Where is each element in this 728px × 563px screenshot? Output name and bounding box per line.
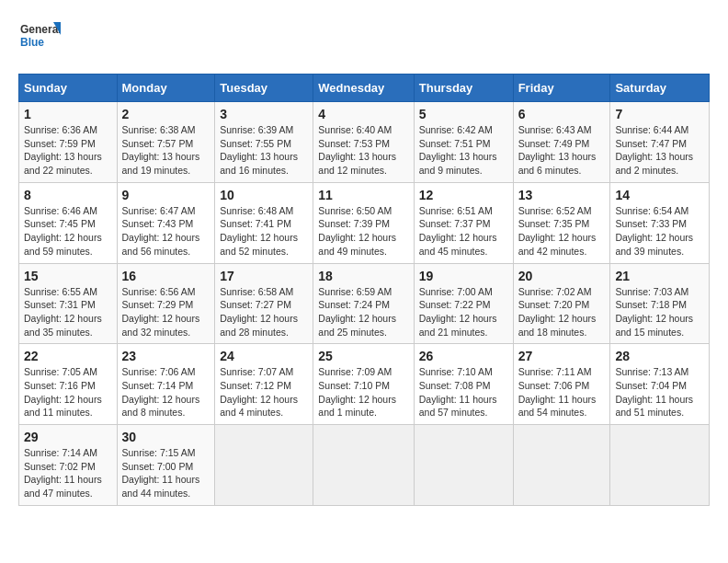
day-number: 12: [419, 188, 508, 202]
day-number: 25: [318, 349, 408, 363]
day-number: 2: [122, 107, 210, 121]
calendar-cell: 7Sunrise: 6:44 AM Sunset: 7:47 PM Daylig…: [610, 102, 710, 183]
day-number: 3: [220, 107, 308, 121]
day-detail: Sunrise: 6:58 AM Sunset: 7:27 PM Dayligh…: [220, 285, 308, 339]
day-detail: Sunrise: 6:51 AM Sunset: 7:37 PM Dayligh…: [419, 204, 508, 259]
calendar-cell: 17Sunrise: 6:58 AM Sunset: 7:27 PM Dayli…: [215, 263, 313, 344]
day-detail: Sunrise: 7:10 AM Sunset: 7:08 PM Dayligh…: [419, 365, 508, 419]
week-row-5: 29Sunrise: 7:14 AM Sunset: 7:02 PM Dayli…: [19, 425, 710, 506]
day-number: 23: [122, 349, 210, 363]
day-detail: Sunrise: 6:36 AM Sunset: 7:59 PM Dayligh…: [24, 123, 112, 178]
day-detail: Sunrise: 6:38 AM Sunset: 7:57 PM Dayligh…: [122, 123, 210, 178]
day-detail: Sunrise: 7:15 AM Sunset: 7:00 PM Dayligh…: [122, 446, 210, 500]
calendar-cell: 28Sunrise: 7:13 AM Sunset: 7:04 PM Dayli…: [610, 344, 710, 425]
calendar-cell: 30Sunrise: 7:15 AM Sunset: 7:00 PM Dayli…: [117, 425, 215, 506]
day-number: 18: [318, 269, 408, 283]
day-detail: Sunrise: 6:56 AM Sunset: 7:29 PM Dayligh…: [122, 285, 210, 339]
calendar-cell: 29Sunrise: 7:14 AM Sunset: 7:02 PM Dayli…: [19, 425, 118, 506]
day-detail: Sunrise: 6:42 AM Sunset: 7:51 PM Dayligh…: [419, 123, 508, 178]
calendar-cell: 2Sunrise: 6:38 AM Sunset: 7:57 PM Daylig…: [117, 102, 215, 183]
calendar-cell: 24Sunrise: 7:07 AM Sunset: 7:12 PM Dayli…: [215, 344, 313, 425]
calendar-cell: 26Sunrise: 7:10 AM Sunset: 7:08 PM Dayli…: [414, 344, 513, 425]
calendar-cell: 21Sunrise: 7:03 AM Sunset: 7:18 PM Dayli…: [610, 263, 710, 344]
header-row: SundayMondayTuesdayWednesdayThursdayFrid…: [19, 75, 710, 102]
logo: General Blue: [18, 18, 64, 59]
header-tuesday: Tuesday: [215, 75, 313, 102]
calendar-cell: 1Sunrise: 6:36 AM Sunset: 7:59 PM Daylig…: [19, 102, 118, 183]
day-number: 29: [24, 430, 112, 444]
day-detail: Sunrise: 6:44 AM Sunset: 7:47 PM Dayligh…: [615, 123, 704, 178]
header-monday: Monday: [117, 75, 215, 102]
week-row-1: 1Sunrise: 6:36 AM Sunset: 7:59 PM Daylig…: [19, 102, 710, 183]
calendar-cell: 25Sunrise: 7:09 AM Sunset: 7:10 PM Dayli…: [313, 344, 414, 425]
day-detail: Sunrise: 6:39 AM Sunset: 7:55 PM Dayligh…: [220, 123, 308, 178]
day-number: 16: [122, 269, 210, 283]
day-number: 10: [220, 188, 308, 202]
day-detail: Sunrise: 7:14 AM Sunset: 7:02 PM Dayligh…: [24, 446, 112, 500]
day-number: 13: [518, 188, 606, 202]
day-number: 27: [518, 349, 606, 363]
calendar-cell: 5Sunrise: 6:42 AM Sunset: 7:51 PM Daylig…: [414, 102, 513, 183]
calendar-cell: 8Sunrise: 6:46 AM Sunset: 7:45 PM Daylig…: [19, 182, 118, 263]
day-number: 30: [122, 430, 210, 444]
day-detail: Sunrise: 6:46 AM Sunset: 7:45 PM Dayligh…: [24, 204, 112, 259]
day-detail: Sunrise: 6:52 AM Sunset: 7:35 PM Dayligh…: [518, 204, 606, 259]
day-detail: Sunrise: 6:54 AM Sunset: 7:33 PM Dayligh…: [615, 204, 704, 259]
calendar-cell: 23Sunrise: 7:06 AM Sunset: 7:14 PM Dayli…: [117, 344, 215, 425]
calendar-cell: 22Sunrise: 7:05 AM Sunset: 7:16 PM Dayli…: [19, 344, 118, 425]
day-number: 4: [318, 107, 408, 121]
day-number: 21: [615, 269, 704, 283]
calendar-cell: [414, 425, 513, 506]
day-detail: Sunrise: 7:13 AM Sunset: 7:04 PM Dayligh…: [615, 365, 704, 419]
day-number: 15: [24, 269, 112, 283]
day-detail: Sunrise: 6:50 AM Sunset: 7:39 PM Dayligh…: [318, 204, 408, 259]
header-friday: Friday: [513, 75, 610, 102]
calendar-table: SundayMondayTuesdayWednesdayThursdayFrid…: [18, 74, 710, 506]
day-detail: Sunrise: 7:09 AM Sunset: 7:10 PM Dayligh…: [318, 365, 408, 419]
calendar-cell: 27Sunrise: 7:11 AM Sunset: 7:06 PM Dayli…: [513, 344, 610, 425]
day-detail: Sunrise: 7:07 AM Sunset: 7:12 PM Dayligh…: [220, 365, 308, 419]
day-number: 20: [518, 269, 606, 283]
header-saturday: Saturday: [610, 75, 710, 102]
day-number: 6: [518, 107, 606, 121]
calendar-cell: 11Sunrise: 6:50 AM Sunset: 7:39 PM Dayli…: [313, 182, 414, 263]
week-row-4: 22Sunrise: 7:05 AM Sunset: 7:16 PM Dayli…: [19, 344, 710, 425]
calendar-cell: [313, 425, 414, 506]
day-number: 17: [220, 269, 308, 283]
header-thursday: Thursday: [414, 75, 513, 102]
calendar-cell: 3Sunrise: 6:39 AM Sunset: 7:55 PM Daylig…: [215, 102, 313, 183]
calendar-cell: 6Sunrise: 6:43 AM Sunset: 7:49 PM Daylig…: [513, 102, 610, 183]
calendar-cell: 12Sunrise: 6:51 AM Sunset: 7:37 PM Dayli…: [414, 182, 513, 263]
day-detail: Sunrise: 6:43 AM Sunset: 7:49 PM Dayligh…: [518, 123, 606, 178]
day-number: 22: [24, 349, 112, 363]
calendar-cell: 10Sunrise: 6:48 AM Sunset: 7:41 PM Dayli…: [215, 182, 313, 263]
day-number: 19: [419, 269, 508, 283]
day-detail: Sunrise: 7:05 AM Sunset: 7:16 PM Dayligh…: [24, 365, 112, 419]
logo-svg: General Blue: [18, 18, 64, 59]
day-detail: Sunrise: 7:02 AM Sunset: 7:20 PM Dayligh…: [518, 285, 606, 339]
day-detail: Sunrise: 7:11 AM Sunset: 7:06 PM Dayligh…: [518, 365, 606, 419]
day-detail: Sunrise: 6:40 AM Sunset: 7:53 PM Dayligh…: [318, 123, 408, 178]
day-number: 28: [615, 349, 704, 363]
calendar-cell: 14Sunrise: 6:54 AM Sunset: 7:33 PM Dayli…: [610, 182, 710, 263]
header-wednesday: Wednesday: [313, 75, 414, 102]
page-header: General Blue: [18, 18, 710, 59]
day-number: 26: [419, 349, 508, 363]
day-number: 11: [318, 188, 408, 202]
calendar-cell: [513, 425, 610, 506]
calendar-cell: 20Sunrise: 7:02 AM Sunset: 7:20 PM Dayli…: [513, 263, 610, 344]
week-row-2: 8Sunrise: 6:46 AM Sunset: 7:45 PM Daylig…: [19, 182, 710, 263]
calendar-cell: [610, 425, 710, 506]
day-number: 5: [419, 107, 508, 121]
day-detail: Sunrise: 7:00 AM Sunset: 7:22 PM Dayligh…: [419, 285, 508, 339]
week-row-3: 15Sunrise: 6:55 AM Sunset: 7:31 PM Dayli…: [19, 263, 710, 344]
day-number: 8: [24, 188, 112, 202]
calendar-cell: 4Sunrise: 6:40 AM Sunset: 7:53 PM Daylig…: [313, 102, 414, 183]
calendar-cell: 9Sunrise: 6:47 AM Sunset: 7:43 PM Daylig…: [117, 182, 215, 263]
day-detail: Sunrise: 6:59 AM Sunset: 7:24 PM Dayligh…: [318, 285, 408, 339]
day-number: 7: [615, 107, 704, 121]
calendar-cell: 16Sunrise: 6:56 AM Sunset: 7:29 PM Dayli…: [117, 263, 215, 344]
calendar-cell: 19Sunrise: 7:00 AM Sunset: 7:22 PM Dayli…: [414, 263, 513, 344]
calendar-cell: [215, 425, 313, 506]
day-detail: Sunrise: 6:48 AM Sunset: 7:41 PM Dayligh…: [220, 204, 308, 259]
